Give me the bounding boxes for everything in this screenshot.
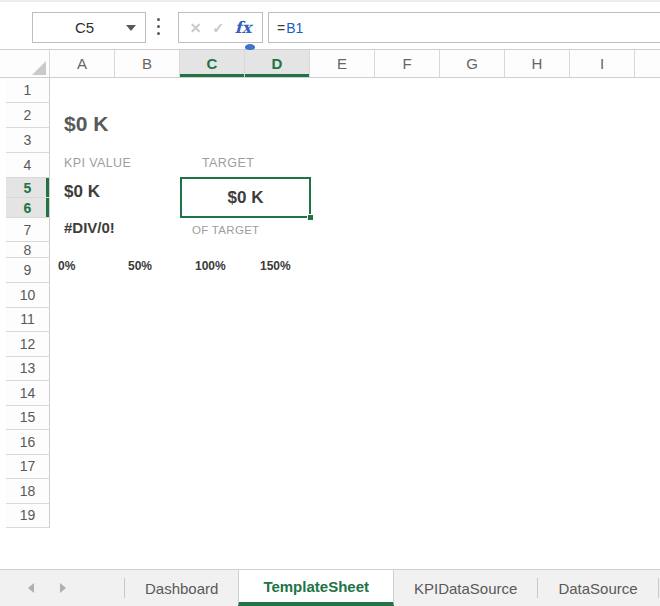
row-header-12[interactable]: 12 <box>6 332 50 357</box>
formula-buttons: ✕ ✓ fx <box>178 12 263 43</box>
row-header-9[interactable]: 9 <box>6 258 50 283</box>
scale-label-50%[interactable]: 50% <box>128 259 152 273</box>
fill-handle[interactable] <box>307 214 314 221</box>
column-header-G[interactable]: G <box>440 50 505 77</box>
cell-div-error[interactable]: #DIV/0! <box>64 219 115 236</box>
formula-toolbar: C5 ✕ ✓ fx = B1 <box>0 0 660 50</box>
formula-equals: = <box>277 20 285 36</box>
row-header-4[interactable]: 4 <box>6 153 50 178</box>
name-box[interactable]: C5 <box>32 12 146 43</box>
sheet-nav <box>0 570 124 606</box>
sheet-tab-bar: DashboardTemplateSheetKPIDataSourceDataS… <box>0 569 660 606</box>
row-header-8[interactable]: 8 <box>6 242 50 258</box>
formula-reference: B1 <box>286 20 303 36</box>
selected-cell-value: $0 K <box>228 188 264 208</box>
cell-kpi-value-label[interactable]: KPI VALUE <box>64 156 131 170</box>
column-header-filler <box>635 50 660 77</box>
prev-sheet-icon[interactable] <box>28 583 34 593</box>
formula-bar[interactable]: = B1 <box>268 12 660 43</box>
name-box-value: C5 <box>33 19 126 36</box>
row-headers: 12345678910111213141516171819 <box>6 78 50 528</box>
select-all-triangle-icon <box>32 61 46 75</box>
row-header-10[interactable]: 10 <box>6 283 50 308</box>
row-header-7[interactable]: 7 <box>6 218 50 242</box>
column-header-D[interactable]: D <box>245 50 310 77</box>
column-header-H[interactable]: H <box>505 50 570 77</box>
cell-of-target-label[interactable]: OF TARGET <box>192 224 259 236</box>
sheet-tab-dashboard[interactable]: Dashboard <box>125 570 238 606</box>
chevron-down-icon[interactable] <box>126 25 136 31</box>
row-header-11[interactable]: 11 <box>6 308 50 333</box>
selected-cell-c5[interactable]: $0 K <box>180 177 311 218</box>
spreadsheet-app: C5 ✕ ✓ fx = B1 ABCDEFGHI 123456789101112… <box>0 0 660 606</box>
column-header-I[interactable]: I <box>570 50 635 77</box>
sheet-tab-templatesheet[interactable]: TemplateSheet <box>238 570 394 606</box>
row-header-16[interactable]: 16 <box>6 430 50 455</box>
cancel-icon[interactable]: ✕ <box>190 20 202 36</box>
tab-divider <box>658 578 659 598</box>
column-headers: ABCDEFGHI <box>50 50 635 77</box>
cell-target-label[interactable]: TARGET <box>202 156 254 170</box>
column-header-C[interactable]: C <box>180 50 245 77</box>
row-header-18[interactable]: 18 <box>6 479 50 504</box>
row-header-19[interactable]: 19 <box>6 504 50 529</box>
enter-icon[interactable]: ✓ <box>212 20 224 36</box>
row-header-3[interactable]: 3 <box>6 128 50 153</box>
scale-label-0%[interactable]: 0% <box>58 259 75 273</box>
column-header-A[interactable]: A <box>50 50 115 77</box>
cell-big-kpi-value[interactable]: $0 K <box>64 112 108 136</box>
row-header-5[interactable]: 5 <box>6 178 50 198</box>
more-options-icon[interactable] <box>155 16 162 37</box>
row-header-2[interactable]: 2 <box>6 103 50 128</box>
select-all-corner[interactable] <box>0 50 50 77</box>
scale-label-150%[interactable]: 150% <box>260 259 291 273</box>
row-header-1[interactable]: 1 <box>6 78 50 103</box>
row-header-14[interactable]: 14 <box>6 381 50 406</box>
column-header-B[interactable]: B <box>115 50 180 77</box>
cell-kpi-value[interactable]: $0 K <box>64 182 100 202</box>
insert-function-icon[interactable]: fx <box>235 18 251 37</box>
sheet-tab-datasource[interactable]: DataSource <box>538 570 657 606</box>
sheet-tabs: DashboardTemplateSheetKPIDataSourceDataS… <box>124 570 659 606</box>
sheet-tab-kpidatasource[interactable]: KPIDataSource <box>394 570 537 606</box>
column-header-E[interactable]: E <box>310 50 375 77</box>
sheet-canvas[interactable]: $0 K KPI VALUE TARGET $0 K $0 K #DIV/0! … <box>50 78 660 569</box>
row-header-15[interactable]: 15 <box>6 406 50 431</box>
next-sheet-icon[interactable] <box>60 583 66 593</box>
scale-label-100%[interactable]: 100% <box>195 259 226 273</box>
column-header-F[interactable]: F <box>375 50 440 77</box>
row-header-6[interactable]: 6 <box>6 198 50 218</box>
column-header-row: ABCDEFGHI <box>0 50 660 78</box>
row-header-17[interactable]: 17 <box>6 455 50 480</box>
row-header-13[interactable]: 13 <box>6 357 50 382</box>
